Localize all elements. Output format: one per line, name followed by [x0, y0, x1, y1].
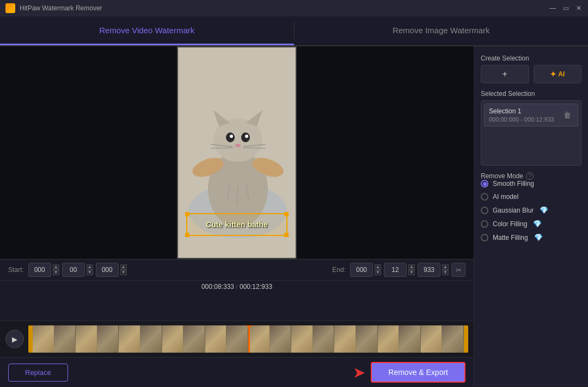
- end-hours-up[interactable]: ▲: [375, 264, 381, 270]
- radio-gaussian[interactable]: [481, 207, 488, 214]
- mode-smooth[interactable]: Smooth Filling: [481, 180, 581, 188]
- selected-selection-section: Selected Selection Selection 1 000:00:00…: [481, 90, 581, 166]
- start-millis-up[interactable]: ▲: [120, 264, 127, 270]
- film-frame: [399, 325, 421, 353]
- ai-selection-button[interactable]: ✦ AI: [534, 65, 582, 83]
- filmstrip[interactable]: [28, 325, 468, 353]
- handle-tl[interactable]: [185, 212, 189, 216]
- end-millis-up[interactable]: ▲: [442, 264, 449, 270]
- minimize-button[interactable]: ―: [549, 4, 556, 12]
- radio-smooth-inner: [483, 182, 487, 186]
- end-hours-arrows: ▲ ▼: [375, 264, 381, 275]
- start-minutes-input[interactable]: [62, 263, 85, 277]
- mode-ai[interactable]: AI model: [481, 193, 581, 201]
- replace-button[interactable]: Replace: [8, 364, 68, 382]
- main-content: Cute kitten bathe Start: ▲ ▼ ▲ ▼: [0, 46, 588, 387]
- end-millis-input[interactable]: [418, 263, 440, 277]
- radio-color[interactable]: [481, 220, 488, 228]
- titlebar-left: HitPaw Watermark Remover: [5, 3, 102, 13]
- film-frame: [421, 325, 443, 353]
- close-button[interactable]: ✕: [575, 4, 583, 12]
- create-selection-label: Create Selection: [481, 55, 581, 62]
- playhead[interactable]: [248, 325, 250, 353]
- color-premium-icon: 💎: [533, 220, 542, 228]
- tab-remove-video[interactable]: Remove Video Watermark: [0, 16, 294, 45]
- remove-mode-help-icon[interactable]: ?: [526, 172, 534, 180]
- radio-matte[interactable]: [481, 234, 488, 241]
- tab-remove-image[interactable]: Remove Image Watermark: [295, 16, 589, 45]
- start-hours-up[interactable]: ▲: [53, 264, 59, 270]
- create-selection-section: Create Selection + ✦ AI: [481, 55, 581, 83]
- titlebar-title: HitPaw Watermark Remover: [20, 4, 102, 12]
- film-frame: [54, 325, 76, 353]
- play-button[interactable]: ▶: [5, 330, 24, 348]
- start-millis-group: ▲ ▼: [96, 263, 127, 277]
- selection-buttons: + ✦ AI: [481, 65, 581, 83]
- start-millis-down[interactable]: ▼: [120, 270, 127, 275]
- selection-item[interactable]: Selection 1 000:00:000 - 000:12:933 🗑: [484, 104, 578, 126]
- mode-color[interactable]: Color Filling 💎: [481, 220, 581, 228]
- matte-premium-icon: 💎: [534, 233, 543, 241]
- radio-ai[interactable]: [481, 193, 488, 201]
- start-label: Start:: [8, 266, 24, 274]
- video-preview: Cute kitten bathe: [177, 46, 297, 259]
- start-minutes-up[interactable]: ▲: [87, 264, 93, 270]
- film-frame: [205, 325, 227, 353]
- mode-gaussian[interactable]: Gaussian Blur 💎: [481, 206, 581, 214]
- handle-bl[interactable]: [185, 233, 189, 237]
- timeline-time-display: 000:08:333 / 000:12:933: [0, 280, 474, 321]
- film-frame: [356, 325, 378, 353]
- start-hours-arrows: ▲ ▼: [53, 264, 59, 275]
- film-frame: [248, 325, 270, 353]
- end-minutes-input[interactable]: [384, 263, 407, 277]
- filmstrip-right-end: [464, 325, 468, 353]
- app-icon: [5, 3, 15, 13]
- remove-mode-section: Remove Mode ? Smooth Filling AI model: [481, 172, 581, 241]
- timeline-controls: Start: ▲ ▼ ▲ ▼ ▲ ▼: [0, 259, 474, 280]
- titlebar-controls: ― ▭ ✕: [549, 4, 583, 12]
- right-panel: Create Selection + ✦ AI Selected Selecti…: [474, 46, 588, 387]
- start-hours-down[interactable]: ▼: [53, 270, 59, 275]
- end-minutes-group: ▲ ▼: [384, 263, 415, 277]
- clip-button[interactable]: ✂: [451, 263, 465, 277]
- film-frame: [291, 325, 313, 353]
- watermark-text: Cute kitten bathe: [206, 220, 268, 229]
- film-frame: [334, 325, 356, 353]
- mode-smooth-label: Smooth Filling: [493, 180, 534, 188]
- start-hours-group: ▲ ▼: [28, 263, 59, 277]
- film-frame: [162, 325, 184, 353]
- selection-item-info: Selection 1 000:00:000 - 000:12:933: [489, 107, 561, 123]
- end-hours-down[interactable]: ▼: [375, 270, 381, 275]
- tabbar: Remove Video Watermark Remove Image Wate…: [0, 16, 588, 46]
- selected-selection-label: Selected Selection: [481, 90, 581, 98]
- restore-button[interactable]: ▭: [562, 4, 569, 12]
- end-millis-group: ▲ ▼: [418, 263, 449, 277]
- handle-br[interactable]: [284, 233, 289, 237]
- handle-tr[interactable]: [284, 212, 289, 216]
- radio-smooth[interactable]: [481, 180, 488, 188]
- film-frame: [313, 325, 335, 353]
- film-frame: [97, 325, 119, 353]
- selection-item-time: 000:00:000 - 000:12:933: [489, 116, 561, 123]
- video-panel: Cute kitten bathe Start: ▲ ▼ ▲ ▼: [0, 46, 474, 387]
- end-hours-input[interactable]: [350, 263, 373, 277]
- gaussian-premium-icon: 💎: [540, 206, 548, 214]
- filmstrip-left-end: [28, 325, 33, 353]
- add-selection-button[interactable]: +: [481, 65, 529, 83]
- end-minutes-up[interactable]: ▲: [408, 264, 415, 270]
- end-minutes-arrows: ▲ ▼: [408, 264, 415, 275]
- end-millis-down[interactable]: ▼: [442, 270, 449, 275]
- start-hours-input[interactable]: [28, 263, 51, 277]
- end-minutes-down[interactable]: ▼: [408, 270, 415, 275]
- start-minutes-down[interactable]: ▼: [87, 270, 93, 275]
- watermark-selection[interactable]: Cute kitten bathe: [186, 213, 287, 236]
- film-frame: [442, 325, 464, 353]
- film-frame: [378, 325, 400, 353]
- remove-export-button[interactable]: Remove & Export: [371, 362, 465, 383]
- export-area: ➤ Remove & Export: [353, 362, 465, 383]
- start-millis-input[interactable]: [96, 263, 119, 277]
- mode-matte[interactable]: Matte Filling 💎: [481, 233, 581, 241]
- selection-delete-button[interactable]: 🗑: [561, 110, 573, 120]
- remove-mode-label: Remove Mode ?: [481, 172, 581, 180]
- start-minutes-group: ▲ ▼: [62, 263, 93, 277]
